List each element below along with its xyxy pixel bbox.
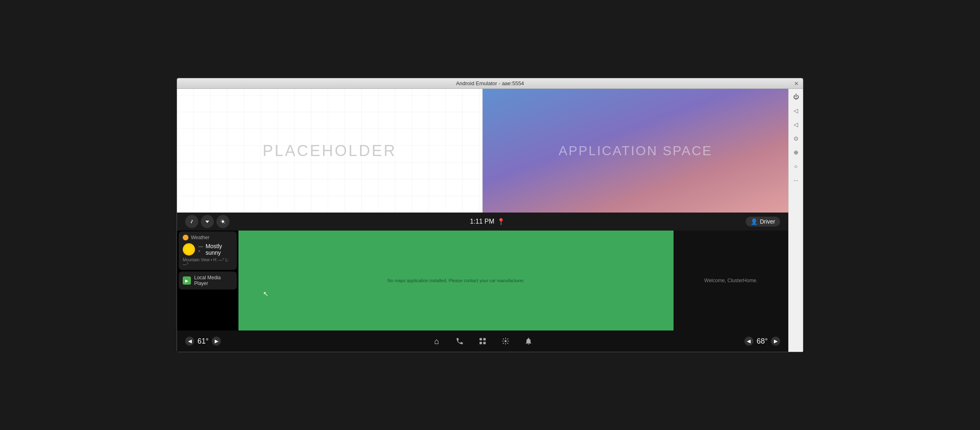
media-label: Local Media Player bbox=[194, 275, 233, 286]
cluster-panel: Welcome, ClusterHome. bbox=[674, 231, 788, 330]
side-toolbar: ⏻ ◁ ◁ ⊙ ⊕ ○ ··· bbox=[788, 89, 803, 352]
hvac-nav-button[interactable] bbox=[498, 334, 513, 349]
weather-sun-large-icon bbox=[183, 243, 195, 256]
bluetooth-icon[interactable] bbox=[185, 215, 198, 228]
right-temp-value: 68° bbox=[757, 337, 768, 346]
cursor: ↖ bbox=[263, 290, 268, 298]
no-maps-text: No maps application installed. Please co… bbox=[388, 278, 524, 283]
svg-rect-9 bbox=[483, 338, 486, 341]
emulator-body: ⏻ ◁ ◁ ⊙ ⊕ ○ ··· PLACEHOLDER APPLICATION … bbox=[177, 89, 803, 352]
svg-rect-10 bbox=[480, 342, 482, 344]
status-center: 1:11 PM 📍 bbox=[470, 218, 505, 226]
driver-button[interactable]: 👤 Driver bbox=[746, 217, 780, 226]
left-temp-value: 61° bbox=[197, 337, 209, 346]
more-icon[interactable]: ··· bbox=[792, 176, 801, 185]
home-nav-button[interactable]: ⌂ bbox=[429, 334, 444, 349]
left-temp-increase-button[interactable]: ▶ bbox=[212, 337, 221, 346]
driver-label: Driver bbox=[760, 218, 775, 225]
zoom-icon[interactable]: ⊕ bbox=[792, 148, 801, 157]
left-temp-decrease-button[interactable]: ◀ bbox=[185, 337, 194, 346]
main-content: PLACEHOLDER APPLICATION SPACE bbox=[177, 89, 788, 352]
status-bar: 1:11 PM 📍 👤 Driver bbox=[177, 213, 788, 231]
weather-sun-icon bbox=[183, 235, 188, 240]
center-map: No maps application installed. Please co… bbox=[238, 231, 674, 330]
application-text: APPLICATION SPACE bbox=[558, 143, 712, 158]
close-button[interactable]: ✕ bbox=[794, 80, 799, 87]
phone-nav-button[interactable] bbox=[452, 334, 467, 349]
status-right: 👤 Driver bbox=[746, 217, 780, 226]
notification-nav-button[interactable] bbox=[521, 334, 536, 349]
status-time: 1:11 PM bbox=[470, 218, 495, 225]
svg-marker-0 bbox=[205, 221, 209, 223]
weather-description: Mostly sunny bbox=[206, 243, 233, 256]
weather-temp-dash: —° bbox=[198, 244, 204, 255]
top-area: PLACEHOLDER APPLICATION SPACE bbox=[177, 89, 788, 213]
weather-main-row: —° Mostly sunny bbox=[183, 243, 233, 256]
weather-header: Weather bbox=[183, 235, 233, 240]
content-row: Weather —° Mostly sunny bbox=[177, 231, 788, 330]
volume-up-icon[interactable]: ◁ bbox=[792, 106, 801, 115]
right-temp-decrease-button[interactable]: ◀ bbox=[744, 337, 753, 346]
weather-header-label: Weather bbox=[191, 235, 209, 240]
nav-icons: ⌂ bbox=[429, 334, 536, 349]
status-left bbox=[185, 215, 229, 228]
camera-icon[interactable]: ⊙ bbox=[792, 134, 801, 143]
weather-info: —° Mostly sunny bbox=[198, 243, 233, 256]
title-bar: Android Emulator - aae:5554 ✕ bbox=[177, 78, 803, 89]
svg-point-12 bbox=[505, 340, 507, 342]
bottom-bar: ◀ 61° ▶ ⌂ bbox=[177, 330, 788, 352]
apps-nav-button[interactable] bbox=[475, 334, 490, 349]
svg-rect-11 bbox=[483, 342, 486, 344]
profile-icon: 👤 bbox=[751, 218, 758, 225]
left-panel: Weather —° Mostly sunny bbox=[177, 231, 238, 330]
svg-point-1 bbox=[222, 220, 224, 223]
placeholder-text: PLACEHOLDER bbox=[263, 142, 397, 160]
media-card[interactable]: ▶ Local Media Player bbox=[179, 272, 237, 290]
weather-card[interactable]: Weather —° Mostly sunny bbox=[179, 231, 237, 270]
right-temp-increase-button[interactable]: ▶ bbox=[771, 337, 780, 346]
wifi-icon[interactable] bbox=[201, 215, 214, 228]
location-icon: 📍 bbox=[497, 218, 505, 226]
android-auto-area: 1:11 PM 📍 👤 Driver bbox=[177, 213, 788, 352]
application-panel: APPLICATION SPACE bbox=[483, 89, 788, 213]
weather-location: Mountain View • H: —° L: —° bbox=[183, 258, 233, 267]
volume-down-icon[interactable]: ◁ bbox=[792, 120, 801, 129]
title-bar-text: Android Emulator - aae:5554 bbox=[456, 80, 524, 86]
svg-line-5 bbox=[225, 223, 225, 224]
power-icon[interactable]: ⏻ bbox=[792, 92, 801, 101]
rotate-icon[interactable]: ○ bbox=[792, 162, 801, 171]
svg-rect-8 bbox=[480, 338, 482, 341]
cluster-welcome-text: Welcome, ClusterHome. bbox=[704, 278, 758, 283]
emulator-window: Android Emulator - aae:5554 ✕ ⏻ ◁ ◁ ⊙ ⊕ … bbox=[177, 78, 803, 352]
left-temp-control: ◀ 61° ▶ bbox=[185, 337, 221, 346]
right-temp-control: ◀ 68° ▶ bbox=[744, 337, 780, 346]
media-icon: ▶ bbox=[183, 276, 191, 285]
placeholder-panel: PLACEHOLDER bbox=[177, 89, 483, 213]
svg-line-4 bbox=[221, 220, 221, 220]
brightness-icon[interactable] bbox=[216, 215, 229, 228]
